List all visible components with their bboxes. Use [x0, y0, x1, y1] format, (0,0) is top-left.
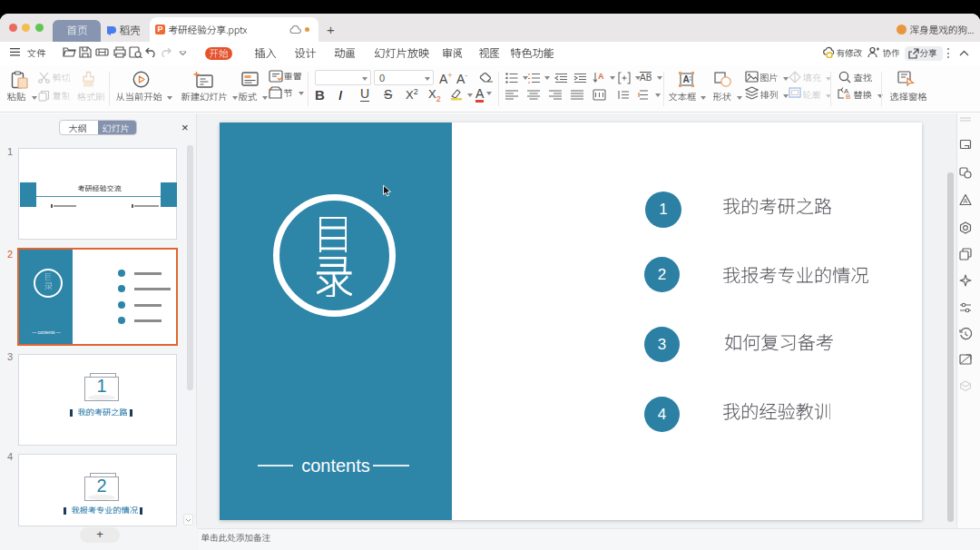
svg-text:A: A	[964, 198, 968, 204]
svg-text:B: B	[846, 93, 850, 100]
svg-text:A: A	[683, 74, 690, 84]
svg-text:A: A	[598, 72, 604, 81]
